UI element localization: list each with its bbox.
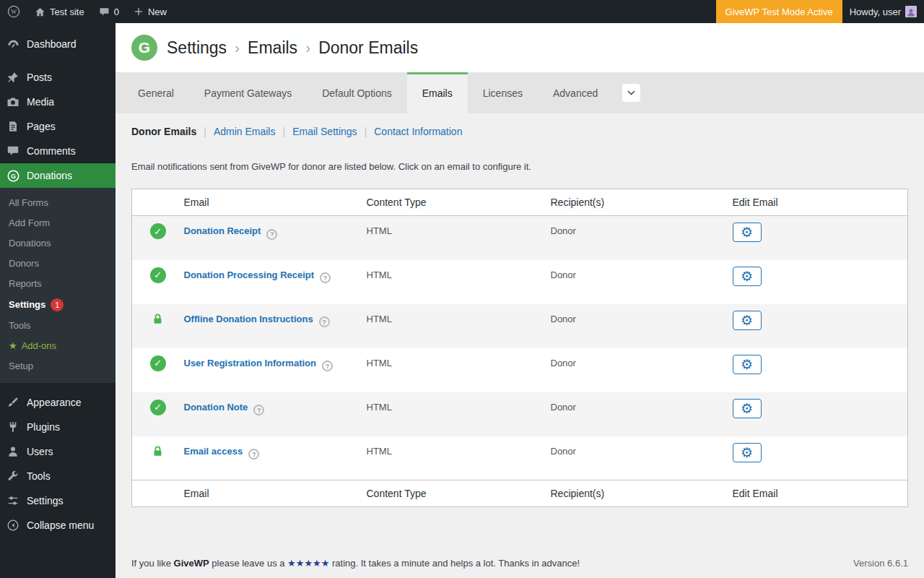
wrench-icon [6,469,20,483]
submenu-item-donations[interactable]: Donations [0,233,116,254]
subnav-donor-emails: Donor Emails [131,126,196,137]
submenu-item-donors[interactable]: Donors [0,254,116,274]
sidebar-item-media[interactable]: Media [0,90,116,114]
camera-icon [6,95,20,109]
gear-icon: ⚙ [741,269,753,283]
sidebar-item-appearance[interactable]: Appearance [0,390,116,415]
dashboard-icon [6,37,20,51]
gear-icon: ⚙ [741,225,753,239]
submenu-item-tools[interactable]: Tools [0,316,116,336]
help-icon[interactable]: ? [253,405,264,415]
email-column-footer: Email [184,480,367,507]
comments-shortcut[interactable]: 0 [92,0,126,23]
tab-general[interactable]: General [123,72,189,113]
divider [0,383,116,390]
edit-email-button[interactable]: ⚙ [733,443,762,462]
sidebar-item-comments[interactable]: Comments [0,139,116,163]
help-icon[interactable]: ? [266,229,277,240]
breadcrumb-donor-emails: Donor Emails [318,38,418,58]
content-type-cell: HTML [367,392,551,436]
sidebar-item-posts[interactable]: Posts [0,65,116,90]
email-link[interactable]: User Registration Information [184,358,316,368]
subnav-email-settings[interactable]: Email Settings [292,126,357,137]
help-icon[interactable]: ? [319,316,330,327]
tab-emails[interactable]: Emails [407,72,468,113]
breadcrumb-settings[interactable]: Settings [167,38,227,58]
givewp-test-mode-badge[interactable]: GiveWP Test Mode Active [716,0,842,23]
sidebar-item-settings[interactable]: Settings [0,488,116,513]
tabs-overflow-button[interactable] [622,84,640,102]
givewp-brand-name: GiveWP [174,558,209,569]
content-type-column-footer: Content Type [367,480,551,507]
collapse-menu-button[interactable]: Collapse menu [0,513,116,538]
svg-text:W: W [11,8,17,15]
sidebar-item-donations[interactable]: G Donations [0,163,116,188]
help-icon[interactable]: ? [248,449,259,460]
content-type-cell: HTML [367,348,551,392]
email-link[interactable]: Donation Receipt [184,225,261,236]
edit-email-column-footer: Edit Email [733,480,908,507]
donations-submenu: All Forms Add Form Donations Donors Repo… [0,188,116,383]
sidebar-item-tools[interactable]: Tools [0,464,116,488]
document-icon [6,119,20,134]
submenu-item-settings[interactable]: Settings 1 [0,294,116,316]
tab-advanced[interactable]: Advanced [538,72,613,113]
edit-email-button[interactable]: ⚙ [733,355,762,374]
gear-icon: ⚙ [741,402,753,415]
submenu-item-setup[interactable]: Setup [0,356,116,376]
enabled-check-icon: ✓ [150,267,166,283]
content-type-cell: HTML [367,216,551,260]
help-icon[interactable]: ? [320,272,331,283]
edit-email-column-header: Edit Email [733,189,908,216]
submenu-item-reports[interactable]: Reports [0,274,116,294]
home-icon [35,7,45,17]
sidebar-item-plugins[interactable]: Plugins [0,415,116,439]
gear-icon: ⚙ [741,358,753,371]
recipients-cell: Donor [551,260,733,304]
update-count-badge: 1 [51,298,64,311]
version-text: Version 6.6.1 [853,558,908,569]
sidebar-item-users[interactable]: Users [0,439,116,464]
edit-email-button[interactable]: ⚙ [733,267,762,286]
howdy-account-menu[interactable]: Howdy, user [842,0,924,23]
wordpress-logo-icon[interactable]: W [0,0,27,23]
tab-payment-gateways[interactable]: Payment Gateways [189,72,307,113]
email-link[interactable]: Donation Note [184,402,248,413]
edit-email-button[interactable]: ⚙ [733,399,762,418]
rating-stars-link[interactable]: ★★★★★ [287,558,329,569]
brush-icon [6,395,20,410]
email-column-header: Email [184,189,367,216]
sidebar-item-dashboard[interactable]: Dashboard [0,32,116,56]
email-link[interactable]: Offline Donation Instructions [184,314,313,324]
divider [0,56,116,65]
givewp-settings-header: G Settings › Emails › Donor Emails [116,23,924,72]
breadcrumb-emails[interactable]: Emails [248,38,297,58]
recipients-cell: Donor [551,304,733,348]
sidebar-item-pages[interactable]: Pages [0,114,116,139]
email-link[interactable]: Donation Processing Receipt [184,269,315,280]
new-content-button[interactable]: New [126,0,174,23]
content-type-cell: HTML [367,260,551,304]
edit-email-button[interactable]: ⚙ [733,311,762,330]
lock-icon [151,312,165,326]
tab-default-options[interactable]: Default Options [307,72,407,113]
site-name-link[interactable]: Test site [27,0,92,23]
table-header-row: Email Content Type Recipient(s) Edit Ema… [132,189,908,216]
svg-text:G: G [10,172,15,179]
admin-footer: If you like GiveWP please leave us a ★★★… [116,558,924,578]
subnav-contact-information[interactable]: Contact Information [374,126,462,137]
submenu-item-addons[interactable]: ★ Add-ons [0,336,116,356]
edit-email-button[interactable]: ⚙ [733,223,762,242]
plug-icon [6,420,20,434]
submenu-item-add-form[interactable]: Add Form [0,213,116,233]
givewp-icon: G [6,168,20,183]
submenu-item-all-forms[interactable]: All Forms [0,193,116,213]
table-row: ✓ Donation Note? HTML Donor ⚙ [132,392,908,436]
subnav-admin-emails[interactable]: Admin Emails [214,126,276,137]
help-icon[interactable]: ? [322,361,333,371]
tab-licenses[interactable]: Licenses [468,72,538,113]
settings-tab-bar: General Payment Gateways Default Options… [116,72,924,113]
emails-settings-panel: Donor Emails | Admin Emails | Email Sett… [116,113,924,507]
email-link[interactable]: Email access [184,446,243,457]
enabled-check-icon: ✓ [150,223,166,239]
